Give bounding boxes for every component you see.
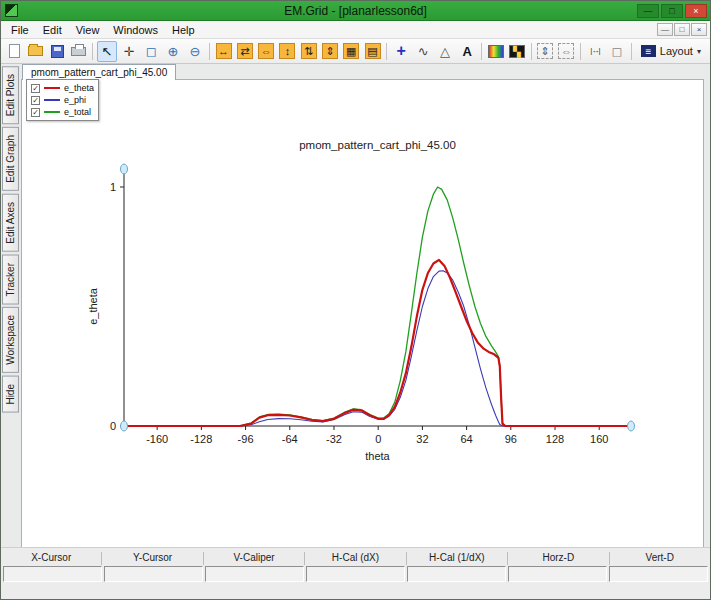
toolbar-separator bbox=[481, 43, 482, 60]
data-table-button[interactable]: ▤ bbox=[363, 41, 382, 62]
dropdown-caret-icon: ▾ bbox=[697, 47, 701, 56]
menu-help[interactable]: Help bbox=[165, 22, 202, 38]
open-file-button[interactable] bbox=[26, 41, 45, 62]
new-file-button[interactable] bbox=[5, 41, 24, 62]
sidebar-tab-edit-plots[interactable]: Edit Plots bbox=[2, 66, 19, 124]
mdi-minimize-button[interactable]: — bbox=[657, 23, 673, 36]
plot-document-tab[interactable]: pmom_pattern_cart_phi_45.00 bbox=[22, 64, 176, 80]
save-file-button[interactable] bbox=[48, 41, 67, 62]
menu-bar: FileEditViewWindowsHelp —□× bbox=[1, 21, 710, 39]
app-icon[interactable] bbox=[5, 4, 18, 17]
chart-panel: -160-128-96-64-32032649612816001pmom_pat… bbox=[21, 79, 704, 548]
sidebar-tab-edit-graph[interactable]: Edit Graph bbox=[2, 127, 19, 191]
status-value-x-cursor bbox=[3, 566, 102, 582]
zoom-in-tool-button[interactable]: ⊕ bbox=[163, 41, 183, 62]
legend-line-sample bbox=[44, 87, 60, 89]
text-annotation-icon: A bbox=[458, 42, 476, 60]
compress-x-icon: ⇄ bbox=[237, 43, 253, 59]
pointer-tool-button[interactable]: ↖ bbox=[97, 41, 117, 62]
legend-line-sample bbox=[44, 99, 60, 101]
status-value-h-cal-1-dx bbox=[407, 566, 506, 582]
compress-y-button[interactable]: ⇅ bbox=[299, 41, 318, 62]
checkbox-checked-icon[interactable]: ✓ bbox=[31, 84, 40, 93]
status-value-h-cal-dx bbox=[306, 566, 405, 582]
text-annotation-button[interactable]: A bbox=[457, 41, 477, 62]
x-tick-label: 64 bbox=[460, 433, 472, 445]
legend-line-sample bbox=[44, 111, 60, 113]
legend-item-e-phi[interactable]: ✓e_phi bbox=[31, 94, 94, 106]
expand-x-button[interactable]: ↔ bbox=[214, 41, 233, 62]
full-scale-y-button[interactable]: ⇕ bbox=[320, 41, 339, 62]
zoom-out-tool-button[interactable]: ⊖ bbox=[185, 41, 205, 62]
pointer-tool-icon: ↖ bbox=[98, 42, 116, 60]
close-button[interactable]: × bbox=[685, 4, 707, 18]
toolbar-separator bbox=[631, 43, 632, 60]
fill-pattern-button[interactable]: ▚ bbox=[507, 41, 526, 62]
curve-tracker-button[interactable]: ∿ bbox=[413, 41, 433, 62]
mdi-restore-button[interactable]: □ bbox=[674, 23, 690, 36]
menu-windows[interactable]: Windows bbox=[106, 22, 165, 38]
caliper-icon: |↔| bbox=[586, 42, 604, 60]
minimize-button[interactable]: — bbox=[637, 4, 659, 18]
expand-x-icon: ↔ bbox=[216, 43, 232, 59]
checkbox-checked-icon[interactable]: ✓ bbox=[31, 108, 40, 117]
status-header-h-cal-1-dx: H-Cal (1/dX) bbox=[406, 552, 507, 565]
caliper-button[interactable]: |↔| bbox=[585, 41, 605, 62]
blank-frame-icon: ◻ bbox=[608, 42, 626, 60]
sidebar-tab-edit-axes[interactable]: Edit Axes bbox=[2, 194, 19, 252]
zoom-window-tool-icon: ◻ bbox=[142, 42, 160, 60]
series-e-theta[interactable] bbox=[124, 260, 632, 426]
menu-edit[interactable]: Edit bbox=[36, 22, 69, 38]
status-headers: X-CursorY-CursorV-CaliperH-Cal (dX)H-Cal… bbox=[1, 552, 710, 565]
x-tick-label: 96 bbox=[505, 433, 517, 445]
legend-item-e-total[interactable]: ✓e_total bbox=[31, 106, 94, 118]
full-scale-y-icon: ⇕ bbox=[322, 43, 338, 59]
grid-toggle-button[interactable]: ▦ bbox=[342, 41, 361, 62]
title-bar[interactable]: EM.Grid - [planarlesson6d] —□× bbox=[1, 1, 710, 21]
open-file-icon bbox=[28, 46, 43, 56]
colormap-button[interactable] bbox=[486, 41, 505, 62]
legend-label: e_total bbox=[64, 107, 91, 117]
print-icon bbox=[71, 47, 86, 56]
crosshair-cursor-button[interactable]: + bbox=[391, 41, 411, 62]
delta-marker-icon: △ bbox=[436, 42, 454, 60]
delta-marker-button[interactable]: △ bbox=[435, 41, 455, 62]
zoom-window-tool-button[interactable]: ◻ bbox=[141, 41, 161, 62]
compress-x-button[interactable]: ⇄ bbox=[235, 41, 254, 62]
x-tick-label: -64 bbox=[282, 433, 298, 445]
curve-tracker-icon: ∿ bbox=[414, 42, 432, 60]
axis-handle-icon[interactable] bbox=[628, 421, 635, 431]
full-scale-x-button[interactable]: ⇔ bbox=[257, 41, 276, 62]
blank-frame-button[interactable]: ◻ bbox=[607, 41, 627, 62]
frame-scale-horizontal-button[interactable]: ⇔ bbox=[557, 41, 576, 62]
expand-y-button[interactable]: ↕ bbox=[278, 41, 297, 62]
sidebar-tab-workspace[interactable]: Workspace bbox=[2, 307, 19, 373]
new-file-icon bbox=[9, 44, 20, 58]
print-button[interactable] bbox=[69, 41, 88, 62]
chart-canvas[interactable]: -160-128-96-64-32032649612816001pmom_pat… bbox=[22, 80, 703, 547]
workspace-area: Edit PlotsEdit GraphEdit AxesTrackerWork… bbox=[1, 64, 710, 547]
sidebar-tab-tracker[interactable]: Tracker bbox=[2, 255, 19, 305]
frame-scale-vertical-button[interactable]: ⇕ bbox=[535, 41, 554, 62]
toolbar-separator bbox=[386, 43, 387, 60]
chart-title: pmom_pattern_cart_phi_45.00 bbox=[299, 139, 456, 151]
layout-menu-button[interactable]: ≡Layout▾ bbox=[635, 43, 707, 59]
legend-item-e-theta[interactable]: ✓e_theta bbox=[31, 82, 94, 94]
menu-file[interactable]: File bbox=[4, 22, 36, 38]
sidebar-tab-hide[interactable]: Hide bbox=[2, 376, 19, 413]
toolbar-separator bbox=[531, 43, 532, 60]
checkbox-checked-icon[interactable]: ✓ bbox=[31, 96, 40, 105]
legend-label: e_phi bbox=[64, 95, 86, 105]
mdi-close-button[interactable]: × bbox=[691, 23, 707, 36]
zoom-in-tool-icon: ⊕ bbox=[164, 42, 182, 60]
status-header-vert-d: Vert-D bbox=[609, 552, 710, 565]
status-value-vert-d bbox=[609, 566, 708, 582]
axis-handle-icon[interactable] bbox=[121, 164, 128, 174]
pan-tool-button[interactable]: ✛ bbox=[119, 41, 139, 62]
axis-handle-icon[interactable] bbox=[121, 421, 128, 431]
maximize-button[interactable]: □ bbox=[661, 4, 683, 18]
menu-view[interactable]: View bbox=[69, 22, 107, 38]
x-tick-label: 32 bbox=[416, 433, 428, 445]
series-e-phi[interactable] bbox=[124, 271, 632, 426]
series-e-total[interactable] bbox=[124, 187, 632, 426]
